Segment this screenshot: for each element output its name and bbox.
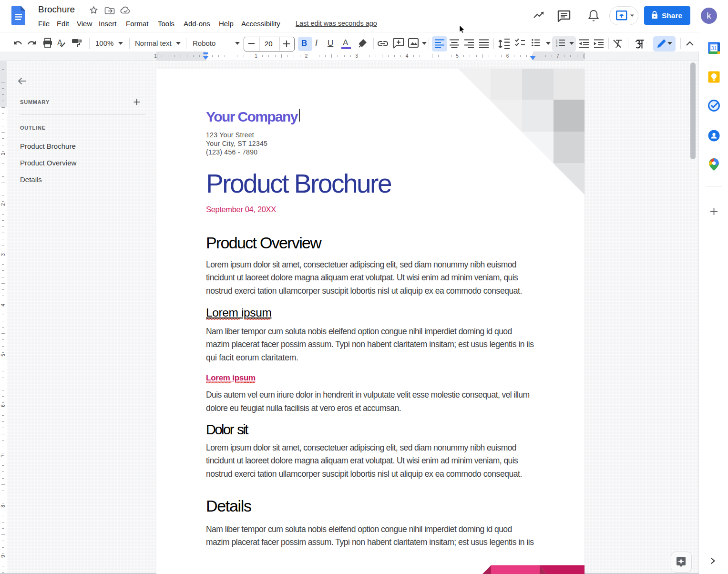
- svg-text:A: A: [57, 39, 62, 47]
- svg-text:31: 31: [711, 45, 717, 51]
- svg-text:3: 3: [556, 45, 558, 47]
